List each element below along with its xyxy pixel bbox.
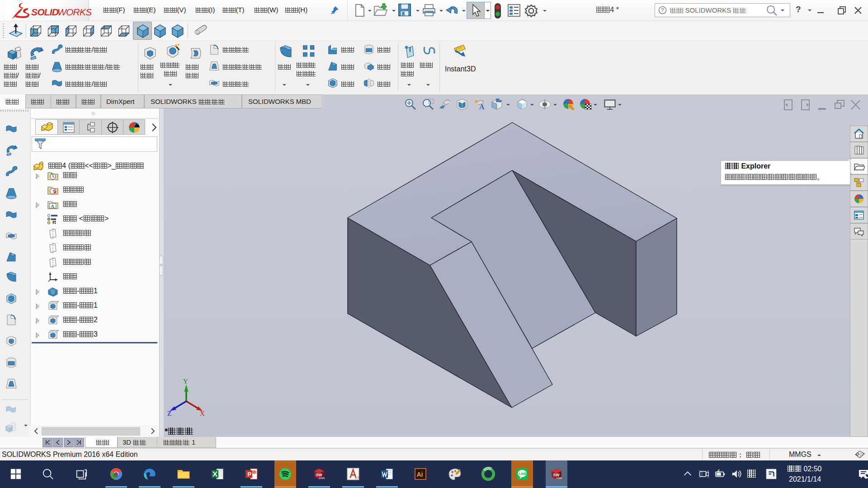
svg-text:2016: 2016: [556, 477, 562, 479]
svg-text:LT: LT: [355, 476, 359, 480]
svg-text:Y: Y: [183, 378, 188, 385]
svg-text:SOLID: SOLID: [31, 7, 59, 17]
svg-text:P: P: [247, 471, 251, 478]
svg-text:A: A: [51, 203, 54, 209]
svg-text:Z: Z: [167, 410, 171, 417]
svg-text:WORKS: WORKS: [57, 7, 91, 17]
svg-text:LINE: LINE: [519, 472, 526, 475]
svg-text:2016: 2016: [319, 477, 325, 479]
svg-text:?: ?: [661, 7, 664, 14]
svg-text:A: A: [479, 103, 485, 111]
svg-text:Ai: Ai: [416, 471, 423, 478]
svg-text:X: X: [200, 410, 205, 417]
